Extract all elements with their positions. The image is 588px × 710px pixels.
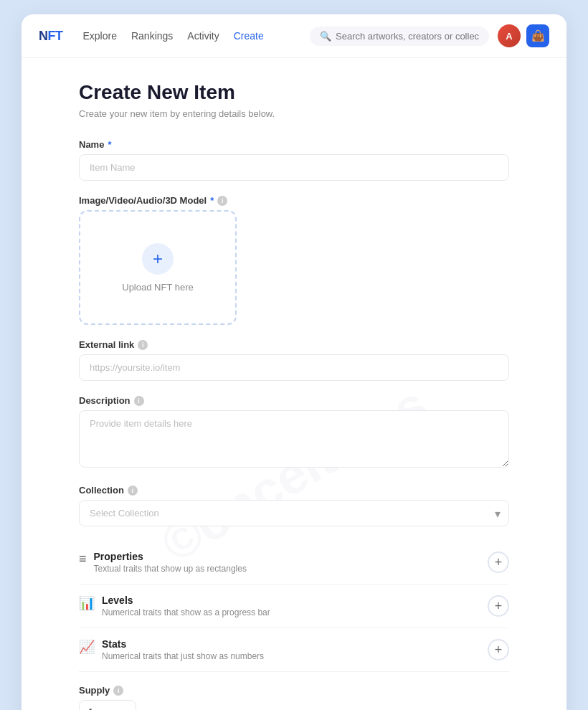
stats-row: 📈 Stats Numerical traits that just show … — [79, 628, 509, 672]
name-input[interactable] — [79, 154, 509, 181]
add-stats-button[interactable]: + — [488, 639, 509, 661]
levels-title: Levels — [102, 595, 270, 606]
collection-info-icon[interactable]: i — [128, 486, 138, 496]
supply-input[interactable] — [79, 700, 136, 710]
nav-create[interactable]: Create — [234, 30, 264, 42]
add-properties-button[interactable]: + — [488, 552, 509, 573]
description-info-icon[interactable]: i — [134, 396, 144, 406]
supply-info-icon[interactable]: i — [113, 686, 123, 696]
search-icon: 🔍 — [320, 31, 331, 42]
supply-label: Supply i — [79, 685, 509, 696]
levels-row: 📊 Levels Numerical traits that show as a… — [79, 584, 509, 628]
avatar[interactable]: A — [498, 24, 521, 47]
upload-area[interactable]: + Upload NFT here — [79, 210, 237, 325]
levels-desc: Numerical traits that show as a progress… — [102, 607, 270, 617]
properties-info: ≡ Properties Textual traits that show up… — [79, 551, 247, 574]
nav-rankings[interactable]: Rankings — [131, 30, 173, 42]
add-levels-button[interactable]: + — [488, 595, 509, 617]
search-input[interactable] — [336, 31, 479, 42]
nav-links: Explore Rankings Activity Create — [83, 30, 264, 42]
wallet-icon[interactable]: 👜 — [526, 24, 549, 47]
levels-info: 📊 Levels Numerical traits that show as a… — [79, 595, 270, 617]
external-link-label: External link i — [79, 339, 509, 350]
nav-activity[interactable]: Activity — [187, 30, 219, 42]
external-link-info-icon[interactable]: i — [138, 340, 148, 350]
collection-group: Collection i Select Collection — [79, 485, 509, 526]
stats-desc: Numerical traits that just show as numbe… — [102, 651, 264, 661]
form-container: Create New Item Create your new item by … — [22, 58, 566, 710]
upload-label: Upload NFT here — [122, 282, 193, 293]
nav-explore[interactable]: Explore — [83, 30, 117, 42]
description-label: Description i — [79, 395, 509, 406]
external-link-input[interactable] — [79, 354, 509, 381]
description-group: Description i — [79, 395, 509, 470]
properties-row: ≡ Properties Textual traits that show up… — [79, 541, 509, 584]
external-link-group: External link i — [79, 339, 509, 381]
navbar: NFT Explore Rankings Activity Create 🔍 A… — [22, 14, 566, 58]
collection-select-wrapper: Select Collection — [79, 500, 509, 526]
properties-desc: Textual traits that show up as rectangle… — [94, 564, 247, 574]
collection-select[interactable]: Select Collection — [79, 500, 509, 526]
search-bar: 🔍 — [310, 27, 489, 46]
properties-title: Properties — [94, 551, 247, 562]
name-label: Name* — [79, 139, 509, 150]
name-group: Name* — [79, 139, 509, 181]
upload-plus-icon: + — [142, 243, 174, 275]
description-textarea[interactable] — [79, 410, 509, 468]
properties-icon: ≡ — [79, 552, 87, 567]
page-title: Create New Item — [79, 81, 509, 104]
stats-info: 📈 Stats Numerical traits that just show … — [79, 638, 264, 661]
stats-title: Stats — [102, 638, 264, 650]
supply-group: Supply i — [79, 685, 509, 710]
image-label: Image/Video/Audio/3D Model* i — [79, 195, 509, 206]
stats-icon: 📈 — [79, 639, 95, 655]
collection-label: Collection i — [79, 485, 509, 496]
levels-icon: 📊 — [79, 595, 95, 611]
page-subtitle: Create your new item by entering details… — [79, 108, 509, 119]
logo: NFT — [39, 29, 63, 44]
image-info-icon[interactable]: i — [217, 196, 227, 206]
image-group: Image/Video/Audio/3D Model* i + Upload N… — [79, 195, 509, 325]
